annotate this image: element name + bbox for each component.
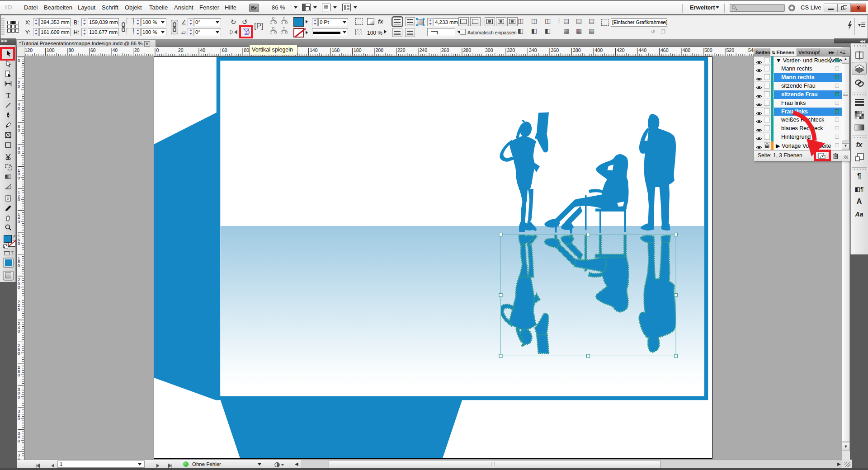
svg-text:240: 240 [420,47,428,53]
svg-text:0: 0 [18,150,20,155]
svg-text:20: 20 [134,47,140,53]
svg-text:180: 180 [354,47,362,53]
svg-text:0: 0 [18,219,20,224]
svg-text:60: 60 [90,47,96,53]
svg-text:T: T [6,92,10,99]
svg-text:60: 60 [222,47,227,53]
svg-text:440: 440 [639,47,647,53]
svg-text:0: 0 [18,84,20,89]
svg-text:520: 520 [726,47,735,53]
svg-text:0: 0 [18,329,20,334]
svg-text:500: 500 [704,47,712,53]
svg-text:300: 300 [485,47,493,53]
svg-text:0: 0 [18,372,20,377]
svg-text:100: 100 [47,47,55,53]
svg-text:380: 380 [573,47,581,53]
svg-text:0: 0 [18,197,20,202]
svg-text:0: 0 [18,395,20,400]
svg-text:480: 480 [683,47,691,53]
svg-text:0: 0 [18,307,20,312]
svg-text:0: 0 [18,416,20,421]
svg-text:0: 0 [18,241,20,246]
svg-text:80: 80 [244,47,250,53]
svg-text:6: 6 [18,456,20,460]
svg-text:220: 220 [397,47,406,53]
svg-text:420: 420 [617,47,625,53]
svg-text:0: 0 [156,47,159,53]
svg-text:0: 0 [18,58,20,63]
svg-text:80: 80 [69,47,74,53]
svg-text:200: 200 [376,47,384,53]
svg-text:360: 360 [551,47,559,53]
svg-text:0: 0 [18,175,20,180]
svg-text:0: 0 [18,263,20,268]
svg-text:40: 40 [113,47,118,53]
svg-text:40: 40 [200,47,206,53]
svg-text:140: 140 [310,47,318,53]
svg-text:340: 340 [529,47,537,53]
svg-text:0: 0 [18,106,20,111]
svg-text:120: 120 [25,47,33,53]
svg-text:460: 460 [660,47,669,53]
svg-text:160: 160 [332,47,340,53]
svg-text:400: 400 [595,47,603,53]
svg-text:280: 280 [463,47,472,53]
svg-text:0: 0 [18,438,20,443]
svg-text:260: 260 [441,47,449,53]
svg-text:0: 0 [18,351,20,356]
svg-text:0: 0 [18,127,20,132]
svg-text:0: 0 [18,285,20,290]
svg-text:20: 20 [178,47,184,53]
svg-text:320: 320 [507,47,515,53]
